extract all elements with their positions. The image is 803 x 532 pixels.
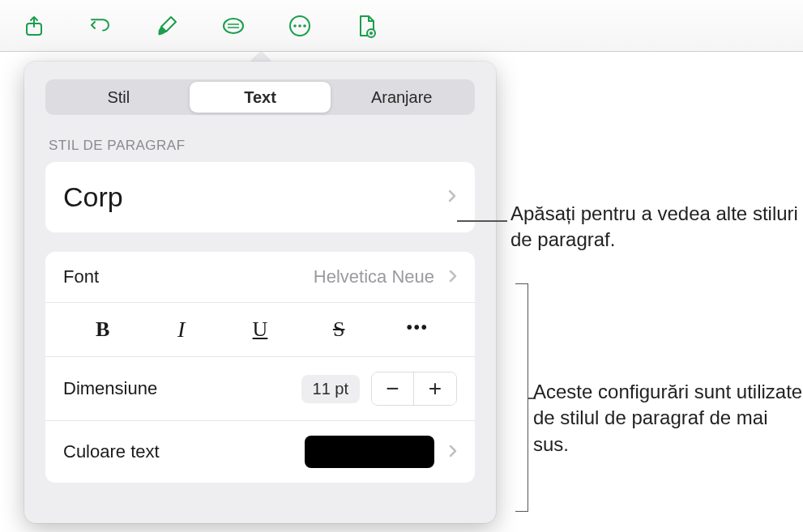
underline-button[interactable]: U <box>241 314 280 345</box>
font-row[interactable]: Font Helvetica Neue <box>45 252 475 303</box>
tab-segmented-control: Stil Text Aranjare <box>45 79 475 115</box>
insert-button[interactable] <box>216 8 251 44</box>
tab-aranjare[interactable]: Aranjare <box>331 82 472 113</box>
svg-point-7 <box>303 24 306 28</box>
format-popover: Stil Text Aranjare STIL DE PARAGRAF Corp… <box>24 62 496 523</box>
chevron-right-icon <box>447 187 457 208</box>
svg-point-6 <box>298 24 301 28</box>
undo-button[interactable] <box>83 8 118 44</box>
font-label: Font <box>63 266 99 287</box>
text-style-row: B I U S ••• <box>45 303 475 357</box>
text-color-row[interactable]: Culoare text <box>45 421 475 483</box>
document-button[interactable] <box>348 8 384 44</box>
italic-button[interactable]: I <box>162 314 201 345</box>
bold-button[interactable]: B <box>83 314 122 345</box>
size-label: Dimensiune <box>63 378 157 399</box>
more-button[interactable] <box>282 8 318 44</box>
annotation-leader-1 <box>457 220 507 222</box>
strikethrough-button[interactable]: S <box>319 314 358 345</box>
annotation-1: Apăsați pentru a vedea alte stiluri de p… <box>510 201 803 253</box>
share-icon <box>22 14 46 38</box>
annotation-bracket <box>515 283 528 512</box>
size-stepper: − + <box>371 372 457 406</box>
popover-arrow <box>251 52 271 62</box>
text-color-label: Culoare text <box>63 441 160 462</box>
more-icon <box>288 14 312 38</box>
paragraph-style-row[interactable]: Corp <box>45 162 475 232</box>
size-increase-button[interactable]: + <box>414 372 456 405</box>
toolbar <box>0 0 803 52</box>
color-swatch[interactable] <box>305 436 434 468</box>
text-settings-card: Font Helvetica Neue B I U S ••• Dimensiu… <box>45 252 475 483</box>
tab-stil[interactable]: Stil <box>48 82 190 113</box>
size-decrease-button[interactable]: − <box>372 372 414 405</box>
svg-point-9 <box>369 32 373 35</box>
share-button[interactable] <box>16 8 52 44</box>
tab-text[interactable]: Text <box>190 82 331 113</box>
chevron-right-icon <box>449 266 457 287</box>
size-row: Dimensiune 11 pt − + <box>45 357 475 421</box>
annotation-2: Aceste configurări sunt utilizate de sti… <box>533 379 803 458</box>
document-icon <box>354 14 378 38</box>
more-options-button[interactable]: ••• <box>398 314 437 345</box>
undo-icon <box>88 14 113 38</box>
svg-point-5 <box>293 24 297 28</box>
size-value[interactable]: 11 pt <box>301 375 360 403</box>
insert-icon <box>221 14 246 38</box>
svg-point-1 <box>224 19 243 33</box>
paragraph-style-name: Corp <box>63 181 123 213</box>
font-value: Helvetica Neue <box>314 266 434 287</box>
format-button[interactable] <box>149 8 185 44</box>
paintbrush-icon <box>155 14 179 38</box>
chevron-right-icon <box>449 441 457 462</box>
paragraph-style-section-label: STIL DE PARAGRAF <box>49 138 472 154</box>
